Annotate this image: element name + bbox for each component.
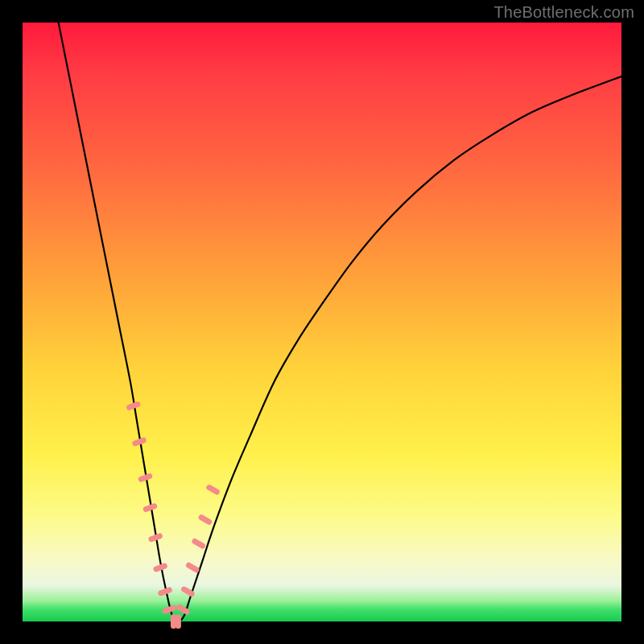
highlight-dot [175,614,181,629]
plot-area [23,23,621,621]
curve-layer [23,23,621,621]
chart-frame: TheBottleneck.com [0,0,644,644]
highlight-dot [191,538,206,550]
highlight-dot [197,514,213,526]
highlight-dot [185,562,200,574]
highlight-dot [205,484,221,496]
bottleneck-curve [59,23,621,621]
watermark-text: TheBottleneck.com [493,3,634,22]
highlight-dot [171,614,176,629]
